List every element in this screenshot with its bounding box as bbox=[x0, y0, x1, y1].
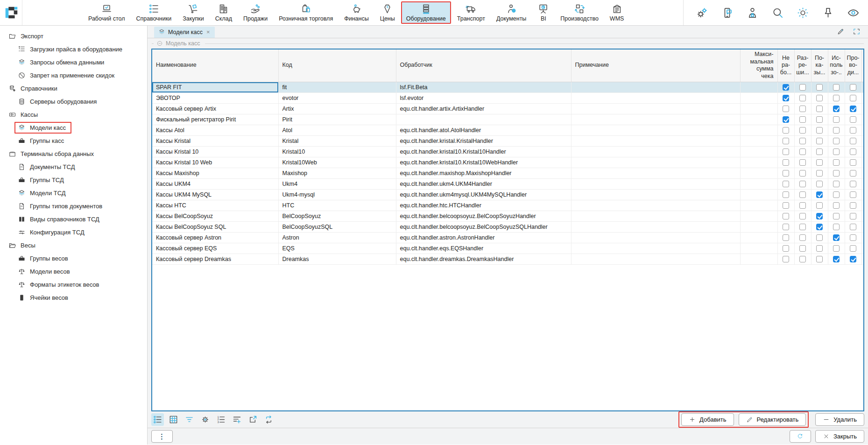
cell-code[interactable]: Dreamkas bbox=[278, 254, 396, 264]
table-row[interactable]: Кассовый сервер EQSEQSequ.clt.handler.eq… bbox=[152, 243, 863, 254]
checkbox[interactable] bbox=[816, 234, 823, 241]
cell-flag[interactable] bbox=[811, 211, 828, 221]
cell-note[interactable] bbox=[571, 221, 740, 232]
cell-code[interactable]: EQS bbox=[278, 243, 396, 254]
cell-flag[interactable] bbox=[777, 82, 794, 92]
cell-flag[interactable] bbox=[828, 232, 845, 243]
checkbox[interactable] bbox=[816, 84, 823, 91]
checkbox[interactable] bbox=[816, 245, 823, 252]
cell-name[interactable]: Кассы HTC bbox=[152, 200, 278, 211]
cell-name[interactable]: Кассы BelCoopSoyuz SQL bbox=[152, 221, 278, 232]
cell-flag[interactable] bbox=[777, 221, 794, 232]
checkbox[interactable] bbox=[783, 234, 789, 241]
column-header[interactable]: Обработчик bbox=[396, 49, 571, 82]
cell-flag[interactable] bbox=[845, 146, 861, 157]
sidebar-item[interactable]: Модели ТСД bbox=[0, 186, 147, 199]
cell-handler[interactable]: equ.clt.handler.artix.ArtixHandler bbox=[396, 103, 571, 114]
table-row[interactable]: ЭВОТОРevotorlsf.evotor bbox=[152, 92, 863, 103]
cell-flag[interactable] bbox=[811, 221, 828, 232]
checkbox[interactable] bbox=[816, 256, 823, 262]
checkbox[interactable] bbox=[799, 191, 806, 198]
cell-note[interactable] bbox=[571, 157, 740, 168]
checkbox[interactable] bbox=[799, 148, 806, 155]
checkbox[interactable] bbox=[850, 256, 856, 262]
checkbox[interactable] bbox=[850, 234, 856, 241]
checkbox[interactable] bbox=[850, 84, 856, 91]
cell-flag[interactable] bbox=[811, 168, 828, 178]
cell-flag[interactable] bbox=[811, 103, 828, 114]
checkbox[interactable] bbox=[850, 106, 856, 112]
cell-flag[interactable] bbox=[777, 168, 794, 178]
theme-sun-icon[interactable] bbox=[797, 7, 809, 19]
cell-max-sum[interactable] bbox=[740, 254, 777, 264]
pin-icon[interactable] bbox=[822, 7, 834, 19]
sidebar-item[interactable]: Группы весов bbox=[0, 252, 147, 265]
checkbox[interactable] bbox=[783, 181, 789, 187]
checkbox[interactable] bbox=[833, 116, 840, 123]
checkbox[interactable] bbox=[799, 256, 806, 262]
sidebar-item[interactable]: Запросы обмена данными bbox=[0, 56, 147, 69]
menu-item-catalog[interactable]: Справочники bbox=[131, 1, 176, 24]
checkbox[interactable] bbox=[833, 127, 840, 134]
checkbox[interactable] bbox=[816, 95, 823, 101]
checkbox[interactable] bbox=[799, 159, 806, 166]
cell-code[interactable]: Astron bbox=[278, 232, 396, 243]
menu-item-equipment[interactable]: Оборудование bbox=[401, 1, 451, 24]
checkbox[interactable] bbox=[833, 106, 840, 112]
column-header[interactable]: По- ка- зы... bbox=[811, 49, 828, 82]
cell-code[interactable]: Kristal bbox=[278, 135, 396, 146]
cell-note[interactable] bbox=[571, 82, 740, 92]
cell-name[interactable]: Кассы Kristal bbox=[152, 135, 278, 146]
menu-item-transport[interactable]: Транспорт bbox=[452, 1, 490, 24]
cell-max-sum[interactable] bbox=[740, 178, 777, 189]
cell-flag[interactable] bbox=[811, 243, 828, 254]
cell-code[interactable]: Atol bbox=[278, 125, 396, 135]
cell-max-sum[interactable] bbox=[740, 103, 777, 114]
cell-note[interactable] bbox=[571, 211, 740, 221]
cell-flag[interactable] bbox=[845, 168, 861, 178]
checkbox[interactable] bbox=[816, 191, 823, 198]
cell-flag[interactable] bbox=[828, 146, 845, 157]
sidebar-item[interactable]: Модели касс bbox=[0, 121, 147, 134]
cell-code[interactable]: HTC bbox=[278, 200, 396, 211]
checkbox[interactable] bbox=[833, 181, 840, 187]
cell-code[interactable]: BelCoopSoyuz bbox=[278, 211, 396, 221]
cell-note[interactable] bbox=[571, 92, 740, 103]
cell-flag[interactable] bbox=[811, 200, 828, 211]
edit-button[interactable]: Редактировать bbox=[739, 413, 806, 426]
checkbox[interactable] bbox=[799, 106, 806, 112]
cell-max-sum[interactable] bbox=[740, 200, 777, 211]
cell-flag[interactable] bbox=[794, 82, 811, 92]
cell-flag[interactable] bbox=[794, 157, 811, 168]
cell-note[interactable] bbox=[571, 232, 740, 243]
cell-flag[interactable] bbox=[828, 200, 845, 211]
cell-flag[interactable] bbox=[828, 157, 845, 168]
cell-flag[interactable] bbox=[794, 254, 811, 264]
cell-flag[interactable] bbox=[828, 211, 845, 221]
cell-flag[interactable] bbox=[777, 178, 794, 189]
menu-item-warehouse[interactable]: Склад bbox=[210, 1, 237, 24]
cell-flag[interactable] bbox=[811, 146, 828, 157]
sidebar-item[interactable]: Документы ТСД bbox=[0, 160, 147, 173]
cell-note[interactable] bbox=[571, 135, 740, 146]
cell-flag[interactable] bbox=[794, 178, 811, 189]
settings-gears-icon[interactable] bbox=[696, 7, 708, 19]
open-external-icon[interactable] bbox=[247, 413, 259, 426]
cell-flag[interactable] bbox=[811, 232, 828, 243]
checkbox[interactable] bbox=[799, 224, 806, 230]
delete-button[interactable]: Удалить bbox=[815, 413, 864, 426]
checkbox[interactable] bbox=[833, 213, 840, 219]
checkbox[interactable] bbox=[833, 245, 840, 252]
cell-flag[interactable] bbox=[828, 125, 845, 135]
cell-max-sum[interactable] bbox=[740, 146, 777, 157]
checkbox[interactable] bbox=[816, 224, 823, 230]
checkbox[interactable] bbox=[799, 84, 806, 91]
checkbox[interactable] bbox=[816, 170, 823, 177]
checkbox[interactable] bbox=[850, 138, 856, 144]
cell-flag[interactable] bbox=[794, 211, 811, 221]
cell-flag[interactable] bbox=[777, 92, 794, 103]
checkbox[interactable] bbox=[783, 191, 789, 198]
cell-note[interactable] bbox=[571, 189, 740, 200]
cell-flag[interactable] bbox=[811, 178, 828, 189]
cell-max-sum[interactable] bbox=[740, 82, 777, 92]
